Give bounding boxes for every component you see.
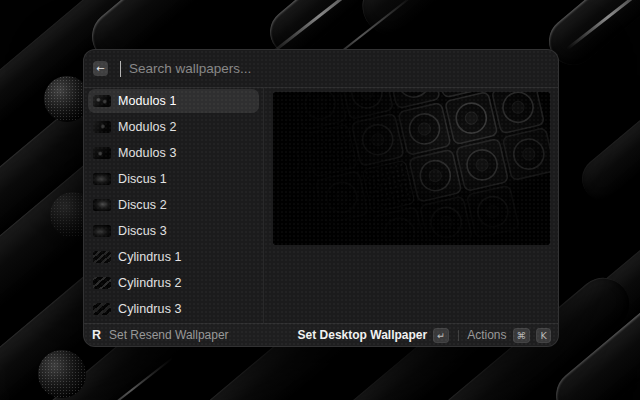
list-item[interactable]: Discus 3 bbox=[88, 219, 259, 243]
list-item-label: Cylindrus 2 bbox=[118, 276, 182, 290]
action-bar: R Set Resend Wallpaper Set Desktop Wallp… bbox=[84, 323, 558, 346]
list-item[interactable]: Cylindrus 2 bbox=[88, 271, 259, 295]
list-item[interactable]: Discus 2 bbox=[88, 193, 259, 217]
list-item-label: Discus 2 bbox=[118, 198, 167, 212]
wallpaper-thumbnail bbox=[93, 251, 111, 263]
command-key-icon: ⌘ bbox=[513, 328, 531, 343]
list-item-label: Modulos 1 bbox=[118, 94, 177, 108]
wallpaper-thumbnail bbox=[93, 121, 111, 133]
wallpaper-thumbnail bbox=[93, 225, 111, 237]
list-item-label: Modulos 3 bbox=[118, 146, 177, 160]
list-item-label: Discus 3 bbox=[118, 224, 167, 238]
wallpaper-list: Modulos 1 Modulos 2 Modulos 3 Discus 1 D… bbox=[84, 88, 264, 323]
wallpaper-thumbnail bbox=[93, 199, 111, 211]
capsule-shape bbox=[351, 0, 580, 47]
k-key-icon: K bbox=[536, 328, 551, 343]
list-item-label: Cylindrus 3 bbox=[118, 302, 182, 316]
actions-menu-button[interactable]: Actions bbox=[467, 328, 506, 342]
palette-body: Modulos 1 Modulos 2 Modulos 3 Discus 1 D… bbox=[84, 88, 558, 323]
wallpaper-thumbnail bbox=[93, 277, 111, 289]
back-arrow-icon: ← bbox=[96, 64, 104, 74]
wallpaper-thumbnail bbox=[93, 95, 111, 107]
wallpaper-preview-image bbox=[273, 92, 550, 245]
wallpaper-thumbnail bbox=[93, 303, 111, 315]
footer-divider bbox=[458, 330, 459, 341]
search-bar: ← bbox=[84, 50, 558, 88]
text-cursor bbox=[120, 61, 121, 77]
list-item[interactable]: Cylindrus 3 bbox=[88, 297, 259, 321]
action-bar-left: R Set Resend Wallpaper bbox=[90, 328, 298, 342]
list-item[interactable]: Discus 1 bbox=[88, 167, 259, 191]
preview-pane bbox=[264, 88, 559, 323]
wallpaper-thumbnail bbox=[93, 147, 111, 159]
list-item[interactable]: Cylindrus 1 bbox=[88, 245, 259, 269]
enter-key-icon: ↵ bbox=[433, 328, 449, 343]
resend-logo-icon: R bbox=[90, 329, 103, 342]
capsule-shape bbox=[573, 54, 640, 210]
set-resend-wallpaper-action[interactable]: Set Resend Wallpaper bbox=[109, 328, 229, 342]
list-item[interactable]: Modulos 3 bbox=[88, 141, 259, 165]
list-item-label: Discus 1 bbox=[118, 172, 167, 186]
capsule-end-sphere bbox=[38, 350, 86, 398]
list-item[interactable]: Modulos 1 bbox=[88, 89, 259, 113]
wallpaper-picker-window: ← Modulos 1 Modulos 2 Modulos 3 Discus 1… bbox=[83, 49, 559, 347]
list-item-label: Cylindrus 1 bbox=[118, 250, 182, 264]
list-item-label: Modulos 2 bbox=[118, 120, 177, 134]
list-item[interactable]: Modulos 2 bbox=[88, 115, 259, 139]
action-bar-right: Set Desktop Wallpaper ↵ Actions ⌘ K bbox=[298, 328, 551, 343]
back-button[interactable]: ← bbox=[93, 61, 108, 76]
search-input[interactable] bbox=[129, 61, 546, 76]
wallpaper-thumbnail bbox=[93, 173, 111, 185]
set-desktop-wallpaper-action[interactable]: Set Desktop Wallpaper bbox=[298, 328, 428, 342]
desktop: ← Modulos 1 Modulos 2 Modulos 3 Discus 1… bbox=[0, 0, 640, 400]
